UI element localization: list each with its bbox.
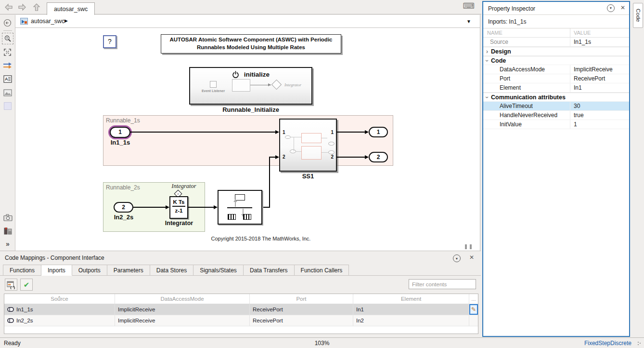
arrowhead bbox=[166, 205, 169, 209]
initialize-label: initialize bbox=[244, 71, 270, 78]
group-code[interactable]: › Code bbox=[483, 56, 629, 65]
annotation-icon: A bbox=[3, 75, 12, 83]
zoom-tool-button[interactable] bbox=[2, 33, 13, 44]
forward-button[interactable] bbox=[16, 2, 28, 13]
property-row: Element In1 bbox=[483, 83, 629, 93]
annotation-tool-button[interactable]: A bbox=[2, 73, 13, 85]
table-row[interactable]: In2_2s ImplicitReceive ReceivePort In2 bbox=[4, 315, 478, 326]
mini-port bbox=[285, 135, 291, 139]
rate-transition-block[interactable] bbox=[218, 190, 262, 225]
property-inspector-title: Property Inspector bbox=[488, 5, 535, 12]
breadcrumb-dropdown-icon[interactable]: ▼ bbox=[466, 19, 471, 24]
inport-in1-1s[interactable]: 1 bbox=[110, 127, 130, 138]
close-icon[interactable]: ✕ bbox=[469, 254, 474, 261]
group-communication-attributes[interactable]: › Communication attributes bbox=[483, 93, 629, 102]
back-button[interactable] bbox=[3, 2, 14, 13]
property-row: AliveTimeout 30 bbox=[483, 102, 629, 111]
column-port[interactable]: Port bbox=[250, 294, 353, 304]
column-more[interactable]: ... bbox=[469, 294, 478, 304]
breadcrumb-arrow-icon[interactable]: ▶ bbox=[64, 18, 68, 23]
sidebar-divider bbox=[3, 30, 12, 31]
code-mappings-tabs: Functions Inports Outports Parameters Da… bbox=[3, 265, 349, 276]
sort-asc-icon: ^ bbox=[58, 293, 60, 303]
property-inspector-panel: Property Inspector ▼ ✕ Inports: In1_1s N… bbox=[482, 1, 630, 337]
up-to-parent-button[interactable] bbox=[31, 2, 42, 13]
inport-icon bbox=[7, 318, 14, 323]
camera-icon bbox=[3, 214, 13, 221]
viewmark-button[interactable] bbox=[4, 102, 12, 110]
tab-outports[interactable]: Outports bbox=[72, 265, 107, 276]
mini-port bbox=[290, 149, 296, 153]
pi-column-headers: NAME VALUE bbox=[483, 28, 629, 38]
selected-object-label: Inports: In1_1s bbox=[483, 15, 629, 28]
integrator-annotation: Integrator bbox=[284, 82, 301, 87]
code-side-tab[interactable]: Code bbox=[633, 3, 643, 28]
pencil-icon: ✎ bbox=[471, 306, 476, 313]
runnable-initialize-label: Runnable_Initialize bbox=[189, 106, 312, 113]
expand-toolbar-button[interactable]: » bbox=[0, 240, 15, 248]
dual-arrows-icon bbox=[3, 62, 12, 69]
fit-to-view-button[interactable] bbox=[2, 46, 13, 58]
column-source[interactable]: ^Source bbox=[4, 294, 115, 304]
column-element[interactable]: Element bbox=[353, 294, 469, 304]
group-design[interactable]: › Design bbox=[483, 47, 629, 56]
runnable-initialize-block[interactable]: initialize Event Listener Integrator bbox=[189, 67, 312, 105]
keyboard-shortcuts-icon[interactable]: ⌨ bbox=[463, 1, 475, 11]
model-tab[interactable]: autosar_swc bbox=[47, 2, 95, 15]
panel-minimize-icon[interactable]: ▼ bbox=[607, 4, 615, 12]
tab-functions[interactable]: Functions bbox=[3, 265, 41, 276]
outport-2[interactable]: 2 bbox=[369, 152, 388, 162]
ss1-subsystem-block[interactable]: 1 2 1 2 bbox=[279, 119, 337, 172]
tab-inports[interactable]: Inports bbox=[41, 265, 72, 276]
tab-signals-states[interactable]: Signals/States bbox=[193, 265, 244, 276]
arrowhead bbox=[365, 155, 369, 159]
tab-function-callers[interactable]: Function Callers bbox=[295, 265, 349, 276]
runnable-1s-area[interactable]: Runnable_1s bbox=[103, 115, 393, 166]
solver-link[interactable]: FixedStepDiscrete bbox=[584, 340, 631, 347]
signal-line[interactable] bbox=[133, 207, 168, 208]
panel-minimize-icon[interactable]: ▼ bbox=[453, 254, 461, 262]
signal-line[interactable] bbox=[337, 132, 366, 133]
signal-routing-button[interactable] bbox=[2, 60, 13, 71]
signal-line[interactable] bbox=[269, 157, 270, 208]
integrator-annotation[interactable]: Integrator bbox=[162, 183, 206, 190]
property-row: Port ReceivePort bbox=[483, 74, 629, 83]
tab-data-transfers[interactable]: Data Transfers bbox=[244, 265, 295, 276]
inport-in2-2s[interactable]: 2 bbox=[114, 202, 133, 213]
title-annotation[interactable]: AUTOSAR Atomic Software Component (ASWC)… bbox=[161, 34, 341, 54]
code-mappings-panel: Code Mappings - Component Interface ▼ ✕ … bbox=[0, 251, 481, 337]
image-annotation-button[interactable] bbox=[2, 87, 13, 98]
signal-line[interactable] bbox=[130, 132, 276, 133]
signal-line[interactable] bbox=[337, 157, 366, 158]
tab-data-stores[interactable]: Data Stores bbox=[150, 265, 193, 276]
tab-parameters[interactable]: Parameters bbox=[107, 265, 150, 276]
close-icon[interactable]: ✕ bbox=[620, 4, 625, 11]
help-block[interactable]: ? bbox=[103, 35, 116, 48]
validate-button[interactable]: ✔ bbox=[20, 279, 33, 291]
mini-block bbox=[301, 146, 322, 160]
status-text: Ready bbox=[4, 340, 21, 347]
arrowhead bbox=[275, 155, 279, 159]
filter-input[interactable] bbox=[409, 279, 476, 289]
outport-1[interactable]: 1 bbox=[369, 127, 388, 137]
runnable-2s-label: Runnable_2s bbox=[106, 184, 140, 191]
model-canvas[interactable]: autosar_swc ▶ ▼ ? AUTOSAR Atomic Softwar… bbox=[15, 15, 480, 251]
update-code-mappings-button[interactable] bbox=[5, 279, 17, 291]
add-panel-button[interactable] bbox=[2, 225, 13, 237]
screenshot-button[interactable] bbox=[2, 212, 13, 223]
event-listener-label: Event Listener bbox=[194, 89, 232, 93]
ss1-label: SS1 bbox=[279, 173, 337, 180]
arrow-right-icon bbox=[17, 3, 27, 12]
arrowhead bbox=[268, 83, 271, 86]
canvas-resize-grip[interactable] bbox=[465, 241, 477, 246]
edit-button[interactable]: ✎ bbox=[469, 304, 478, 315]
palette-sidebar: A » bbox=[0, 15, 15, 251]
diagram-area[interactable]: ? AUTOSAR Atomic Software Component (ASW… bbox=[15, 28, 480, 251]
column-dataaccessmode[interactable]: DataAccessMode bbox=[115, 294, 250, 304]
breadcrumb[interactable]: autosar_swc bbox=[31, 18, 64, 25]
table-row[interactable]: In1_1s ImplicitReceive ReceivePort In1 ✎ bbox=[4, 304, 478, 315]
hide-browser-button[interactable] bbox=[2, 17, 13, 28]
integrator-block[interactable]: K Ts z-1 bbox=[169, 196, 188, 219]
rt-comb-icon bbox=[243, 214, 251, 220]
signal-line[interactable] bbox=[188, 207, 217, 208]
